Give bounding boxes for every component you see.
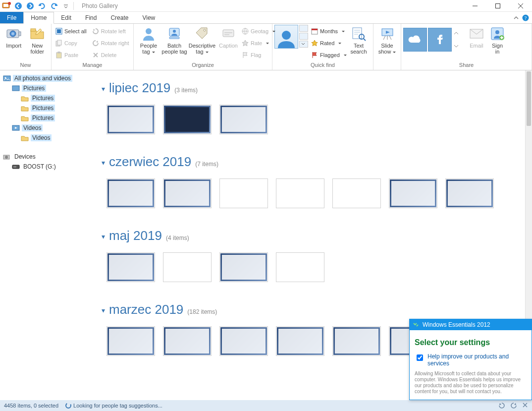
copy-icon — [55, 40, 62, 47]
nav-device-boost[interactable]: BOOST (G:) — [1, 162, 96, 172]
svg-point-26 — [282, 31, 291, 40]
share-facebook-button[interactable] — [428, 28, 452, 52]
photo-thumb[interactable] — [106, 326, 155, 356]
people-tag-button[interactable]: Peopletag — [136, 25, 161, 55]
nav-pictures-sub-b[interactable]: Pictures — [1, 103, 96, 113]
photos-root-icon — [3, 74, 11, 82]
popup-checkbox[interactable] — [417, 354, 423, 361]
undo-button[interactable] — [37, 1, 48, 11]
svg-point-46 — [66, 403, 71, 408]
descriptive-tag-button[interactable]: Descriptivetag — [187, 25, 217, 55]
rotate-left-icon — [92, 28, 99, 35]
photo-thumb[interactable] — [106, 252, 155, 282]
rotate-right-button: Rotate right — [90, 38, 131, 49]
quickfind-rated-button[interactable]: Rated — [311, 38, 348, 49]
photo-thumb[interactable] — [163, 326, 212, 356]
tab-home[interactable]: Home — [23, 12, 54, 24]
batch-people-tag-button[interactable]: Batchpeople tag — [161, 25, 187, 55]
photo-thumb[interactable] — [389, 178, 437, 208]
share-skydrive-button[interactable] — [403, 28, 427, 52]
nav-all-photos[interactable]: All photos and videos — [1, 73, 96, 83]
nav-pictures[interactable]: Pictures — [1, 83, 96, 93]
photo-thumb[interactable] — [163, 178, 212, 208]
signin-icon — [489, 26, 505, 42]
photo-thumb[interactable] — [163, 105, 212, 134]
month-header[interactable]: ▾ czerwiec 2019 (7 items) — [102, 154, 532, 170]
window-close-button[interactable] — [509, 0, 532, 12]
popup-checkbox-row[interactable]: Help improve our products and services — [415, 353, 527, 367]
delete-icon — [92, 52, 99, 59]
status-rotate-left-button[interactable] — [498, 402, 505, 409]
svg-point-4 — [27, 2, 34, 9]
sign-in-button[interactable]: Signin — [487, 25, 507, 55]
month-header[interactable]: ▾ maj 2019 (4 items) — [102, 228, 532, 243]
quickfind-flagged-button[interactable]: Flagged — [311, 50, 348, 60]
svg-point-3 — [15, 2, 22, 9]
quickfind-person-picker[interactable] — [299, 25, 308, 48]
nav-videos-sub[interactable]: Videos — [1, 133, 96, 143]
quickfind-person-button[interactable] — [274, 25, 298, 49]
import-button[interactable]: Import — [2, 25, 26, 49]
rotate-left-button: Rotate left — [90, 26, 131, 37]
photo-thumb[interactable] — [163, 252, 212, 282]
folder-yellow-icon — [21, 104, 29, 112]
quickfind-months-button[interactable]: Months — [311, 26, 348, 37]
nav-devices[interactable]: Devices — [1, 152, 96, 162]
ribbon-collapse-button[interactable] — [513, 15, 519, 21]
status-delete-button[interactable] — [522, 402, 528, 409]
person-icon — [141, 26, 157, 42]
nav-pictures-sub-c[interactable]: Pictures — [1, 113, 96, 123]
text-search-button[interactable]: Textsearch — [348, 25, 370, 55]
status-rotate-right-button[interactable] — [510, 402, 517, 409]
photo-thumb[interactable] — [332, 178, 381, 208]
tab-edit[interactable]: Edit — [54, 12, 78, 23]
star-icon — [242, 40, 249, 47]
popup-icon — [413, 321, 420, 328]
photo-thumb[interactable] — [106, 178, 155, 208]
month-count: (182 items) — [187, 308, 217, 315]
photo-thumb[interactable] — [219, 252, 268, 282]
help-button[interactable]: ? — [522, 14, 529, 21]
svg-rect-24 — [223, 30, 234, 37]
month-header[interactable]: ▾ lipiec 2019 (3 items) — [102, 80, 532, 96]
redo-button[interactable] — [49, 1, 59, 11]
photo-thumb[interactable] — [219, 105, 268, 134]
month-header[interactable]: ▾ marzec 2019 (182 items) — [102, 302, 532, 317]
svg-rect-18 — [58, 52, 60, 53]
flag-icon — [242, 52, 249, 59]
qat-customize-button[interactable] — [60, 1, 71, 11]
nav-videos[interactable]: Videos — [1, 123, 96, 133]
drive-icon — [12, 163, 20, 171]
tab-file[interactable]: File — [0, 12, 23, 23]
photo-thumb[interactable] — [219, 178, 268, 208]
popup-title: Windows Essentials 2012 — [423, 321, 490, 328]
nav-tree[interactable]: All photos and videos Pictures Pictures … — [0, 70, 97, 400]
select-all-icon — [55, 28, 62, 35]
spinner-icon — [65, 403, 71, 409]
share-services — [403, 28, 461, 52]
tab-view[interactable]: View — [135, 12, 162, 23]
window-maximize-button[interactable] — [486, 0, 509, 12]
photo-thumb[interactable] — [219, 326, 268, 356]
share-scroll-down-icon[interactable] — [454, 44, 461, 48]
select-all-button[interactable]: Select all — [53, 26, 90, 37]
chevron-down-icon: ▾ — [102, 233, 105, 240]
photo-thumb[interactable] — [276, 326, 324, 356]
nav-pictures-sub-a[interactable]: Pictures — [1, 93, 96, 103]
photo-thumb[interactable] — [106, 105, 155, 134]
svg-rect-1 — [3, 4, 8, 7]
svg-rect-22 — [169, 37, 179, 39]
photo-thumb[interactable] — [276, 178, 324, 208]
photo-thumb[interactable] — [276, 252, 324, 282]
tab-create[interactable]: Create — [104, 12, 135, 23]
nav-back-button[interactable] — [13, 1, 24, 11]
share-scroll-up-icon[interactable] — [454, 31, 461, 35]
window-minimize-button[interactable] — [464, 0, 486, 12]
photo-thumb[interactable] — [332, 326, 381, 356]
tab-find[interactable]: Find — [78, 12, 104, 23]
projector-icon — [379, 26, 395, 42]
slide-show-button[interactable]: Slideshow — [375, 25, 399, 55]
nav-forward-button[interactable] — [25, 1, 36, 11]
new-folder-button[interactable]: Newfolder — [26, 25, 50, 55]
photo-thumb[interactable] — [445, 178, 494, 208]
